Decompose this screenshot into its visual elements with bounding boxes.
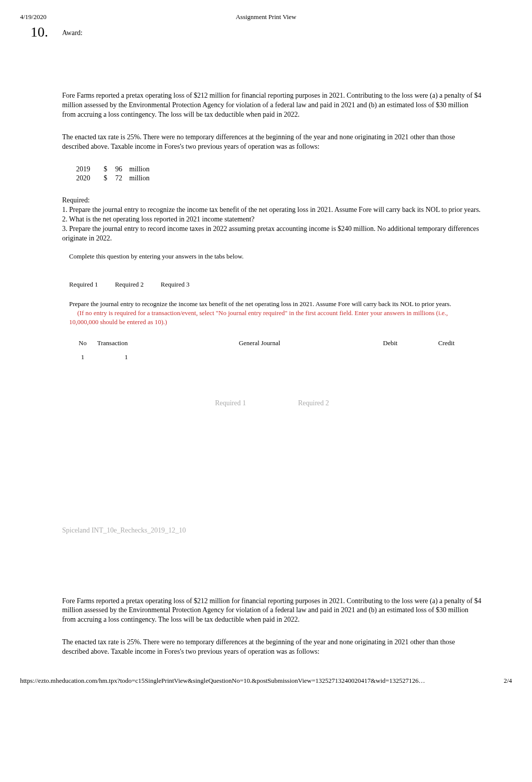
journal-no: 1 bbox=[70, 350, 95, 364]
income-amount: 72 bbox=[110, 174, 124, 182]
panel-instruction: Complete this question by entering your … bbox=[69, 252, 475, 281]
income-year: 2020 bbox=[74, 174, 98, 182]
journal-account-field[interactable] bbox=[157, 350, 362, 364]
tab-instruction: Prepare the journal entry to recognize t… bbox=[69, 300, 475, 327]
requirements-list: 1. Prepare the journal entry to recogniz… bbox=[62, 205, 482, 243]
currency-symbol: $ bbox=[99, 165, 109, 173]
award-label: Award: bbox=[62, 29, 83, 37]
nav-next-link[interactable]: Required 2 bbox=[298, 399, 329, 407]
col-header-transaction: Transaction bbox=[96, 337, 156, 349]
col-header-credit: Credit bbox=[419, 337, 474, 349]
journal-debit-field[interactable] bbox=[363, 350, 418, 364]
problem-paragraph-1-repeat: Fore Farms reported a pretax operating l… bbox=[62, 597, 482, 625]
table-row: 2019 $ 96 million bbox=[74, 165, 151, 173]
income-year: 2019 bbox=[74, 165, 98, 173]
tab-required-3[interactable]: Required 3 bbox=[161, 281, 189, 289]
tabs: Required 1 Required 2 Required 3 bbox=[69, 281, 475, 289]
page-title: Assignment Print View bbox=[0, 13, 532, 21]
income-amount: 96 bbox=[110, 165, 124, 173]
col-header-general-journal: General Journal bbox=[157, 337, 362, 349]
income-unit: million bbox=[125, 165, 151, 173]
problem-paragraph-2: The enacted tax rate is 25%. There were … bbox=[62, 133, 482, 152]
problem-paragraph-1: Fore Farms reported a pretax operating l… bbox=[62, 91, 482, 120]
income-unit: million bbox=[125, 174, 151, 182]
journal-table: No Transaction General Journal Debit Cre… bbox=[69, 336, 475, 365]
footer-url: https://ezto.mheducation.com/hm.tpx?todo… bbox=[20, 677, 425, 685]
table-row: 2020 $ 72 million bbox=[74, 174, 151, 182]
col-header-no: No bbox=[70, 337, 95, 349]
tab-required-1[interactable]: Required 1 bbox=[69, 281, 98, 289]
tab-instruction-text: Prepare the journal entry to recognize t… bbox=[69, 300, 451, 308]
tab-instruction-note: (If no entry is required for a transacti… bbox=[69, 309, 448, 326]
question-number: 10. bbox=[31, 24, 48, 40]
required-label: Required: bbox=[62, 196, 482, 204]
reference-label: Spiceland INT_10e_Rechecks_2019_12_10 bbox=[62, 527, 482, 535]
tab-required-2[interactable]: Required 2 bbox=[115, 281, 143, 289]
journal-credit-field[interactable] bbox=[419, 350, 474, 364]
table-row: 1 1 bbox=[70, 350, 474, 364]
currency-symbol: $ bbox=[99, 174, 109, 182]
footer-page-number: 2/4 bbox=[503, 677, 512, 685]
income-table: 2019 $ 96 million 2020 $ 72 million bbox=[73, 164, 152, 183]
journal-transaction: 1 bbox=[96, 350, 156, 364]
nav-prev-link[interactable]: Required 1 bbox=[215, 399, 246, 407]
col-header-debit: Debit bbox=[363, 337, 418, 349]
problem-paragraph-2-repeat: The enacted tax rate is 25%. There were … bbox=[62, 638, 482, 657]
